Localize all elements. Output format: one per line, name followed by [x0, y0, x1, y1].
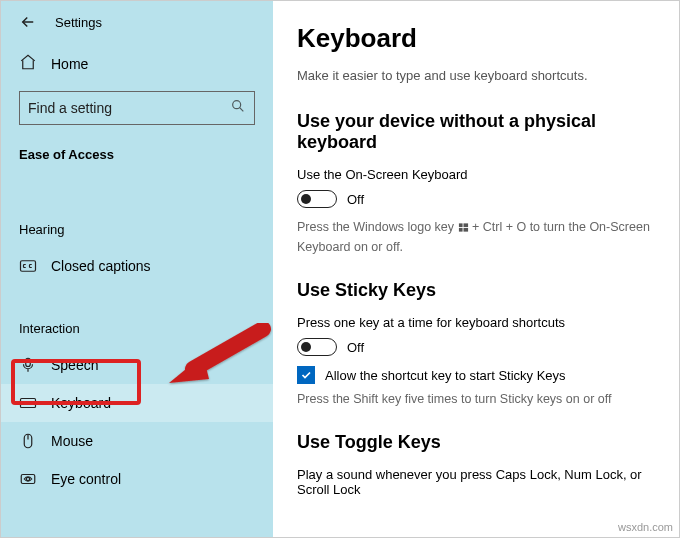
group-ease-of-access: Ease of Access: [1, 139, 273, 172]
sidebar-item-label: Mouse: [51, 433, 93, 449]
sidebar-item-closed-captions[interactable]: Closed captions: [1, 247, 273, 285]
sticky-field-label: Press one key at a time for keyboard sho…: [297, 315, 665, 330]
section-toggle-title: Use Toggle Keys: [297, 432, 665, 453]
watermark: wsxdn.com: [618, 521, 673, 533]
osk-hint: Press the Windows logo key + Ctrl + O to…: [297, 218, 665, 256]
sidebar-item-home[interactable]: Home: [1, 43, 273, 85]
sidebar-item-label: Eye control: [51, 471, 121, 487]
home-icon: [19, 53, 37, 75]
group-interaction: Interaction: [1, 313, 273, 346]
closed-captions-icon: [19, 257, 37, 275]
search-box[interactable]: [19, 91, 255, 125]
svg-rect-7: [458, 223, 462, 227]
mouse-icon: [19, 432, 37, 450]
sidebar-item-mouse[interactable]: Mouse: [1, 422, 273, 460]
page-subtitle: Make it easier to type and use keyboard …: [297, 68, 665, 83]
section-sticky-title: Use Sticky Keys: [297, 280, 665, 301]
sidebar-item-eye-control[interactable]: Eye control: [1, 460, 273, 498]
content-pane: Keyboard Make it easier to type and use …: [273, 1, 679, 537]
windows-logo-key-icon: [458, 220, 469, 238]
sidebar-item-label: Speech: [51, 357, 98, 373]
svg-rect-10: [463, 228, 468, 232]
osk-toggle[interactable]: [297, 190, 337, 208]
sticky-shortcut-checkbox[interactable]: [297, 366, 315, 384]
eye-control-icon: [19, 470, 37, 488]
toggle-field-label: Play a sound whenever you press Caps Loc…: [297, 467, 665, 497]
sidebar-item-speech[interactable]: Speech: [1, 346, 273, 384]
search-icon: [230, 98, 246, 118]
svg-point-6: [26, 477, 29, 480]
home-label: Home: [51, 56, 88, 72]
svg-point-0: [233, 101, 241, 109]
svg-rect-1: [21, 261, 36, 272]
osk-toggle-state: Off: [347, 192, 364, 207]
sticky-shortcut-label: Allow the shortcut key to start Sticky K…: [325, 368, 566, 383]
sticky-toggle-state: Off: [347, 340, 364, 355]
microphone-icon: [19, 356, 37, 374]
search-input[interactable]: [28, 100, 230, 116]
sticky-hint: Press the Shift key five times to turn S…: [297, 390, 665, 408]
osk-field-label: Use the On-Screen Keyboard: [297, 167, 665, 182]
group-hearing: Hearing: [1, 214, 273, 247]
sidebar-item-keyboard[interactable]: Keyboard: [1, 384, 273, 422]
sidebar-header: Settings: [1, 9, 273, 43]
svg-rect-8: [463, 223, 468, 227]
page-title: Keyboard: [297, 23, 665, 54]
section-osk-title: Use your device without a physical keybo…: [297, 111, 665, 153]
svg-rect-5: [21, 475, 35, 484]
settings-window: Settings Home Ease of Access Hearing Clo…: [1, 1, 679, 537]
keyboard-icon: [19, 394, 37, 412]
svg-rect-9: [458, 228, 462, 232]
sidebar: Settings Home Ease of Access Hearing Clo…: [1, 1, 273, 537]
sticky-toggle[interactable]: [297, 338, 337, 356]
back-icon[interactable]: [19, 13, 37, 31]
svg-rect-3: [21, 399, 36, 408]
sidebar-item-label: Closed captions: [51, 258, 151, 274]
sidebar-item-label: Keyboard: [51, 395, 111, 411]
window-title: Settings: [55, 15, 102, 30]
svg-rect-2: [26, 358, 31, 366]
